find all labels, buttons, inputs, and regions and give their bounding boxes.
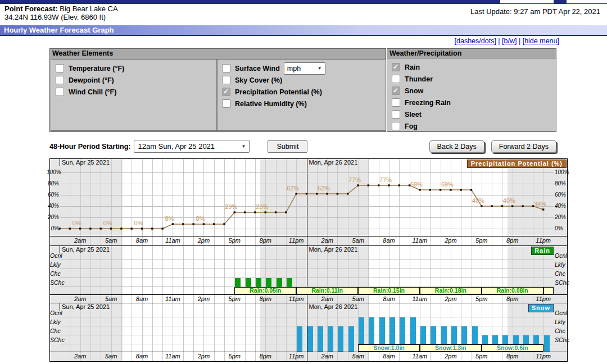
gridline-v [90, 158, 91, 245]
tick-label: 5am [100, 237, 123, 244]
row-freezing-rain: Freezing Rain [392, 97, 556, 108]
gridline-v [286, 158, 287, 245]
precip-potential-checkbox[interactable] [222, 88, 230, 96]
snow-bar [297, 326, 302, 352]
chart-border [567, 158, 568, 362]
amount-box: Rain:0.08in [482, 287, 543, 294]
tick-label: 2pm [440, 295, 462, 302]
row-sky-cover: Sky Cover (%) [222, 74, 386, 86]
gridline-v [162, 158, 163, 245]
hide-menu-link[interactable]: [hide menu] [523, 37, 559, 45]
tick-label: 8am [378, 295, 400, 302]
tick-label: 2am [69, 353, 92, 360]
hourly-forecast-graph: 100%100%80%80%60%60%40%40%20%20%0%0%2am5… [49, 158, 568, 362]
y-axis-label: 0% [47, 225, 59, 231]
y-axis-label: 60% [555, 192, 566, 198]
period-label: 48-Hour Period Starting: [49, 143, 130, 151]
sky-cover-checkbox[interactable] [222, 76, 230, 84]
surface-wind-checkbox[interactable] [222, 64, 230, 72]
tick-label: 8pm [254, 237, 277, 244]
gridline-v [132, 158, 132, 245]
back-2-days-button[interactable]: Back 2 Days [429, 140, 484, 153]
page-title-bar: Hourly Weather Forecast Graph [0, 25, 607, 36]
tick-label: 8am [378, 237, 400, 244]
sleet-checkbox[interactable] [392, 110, 400, 119]
y-axis-label: 80% [47, 180, 59, 186]
gridline-v [327, 158, 328, 245]
gridline-h [60, 184, 554, 184]
gridline-v [203, 158, 204, 245]
dewpoint-checkbox[interactable] [56, 76, 64, 84]
axis-line [49, 352, 568, 352]
period-select[interactable]: 12am Sun, Apr 25 2021 ▼ [134, 140, 250, 153]
tick-label: 8pm [254, 353, 277, 360]
wind-chill-checkbox[interactable] [56, 88, 64, 96]
point-label: 34% [529, 201, 551, 207]
top-button-partial[interactable] [567, 0, 607, 3]
gridline-v [410, 158, 410, 245]
thunder-checkbox[interactable] [392, 75, 400, 83]
tick-label: 2am [69, 237, 92, 244]
tick-label: 11pm [532, 295, 555, 302]
date-label: Mon, Apr 26 2021 [309, 303, 358, 310]
date-label: Mon, Apr 26 2021 [309, 159, 358, 166]
submit-button[interactable]: Submit [268, 140, 307, 153]
gridline-v [70, 158, 70, 245]
point-label: 0% [97, 220, 119, 226]
gridline-v [142, 158, 143, 245]
relative-humidity-checkbox[interactable] [222, 99, 230, 108]
rain-label: Rain [405, 63, 420, 71]
level-label: Lkly [555, 319, 565, 325]
gridline-h [60, 217, 554, 218]
point-label: 69% [436, 181, 459, 188]
date-separator [60, 246, 60, 253]
fog-checkbox[interactable] [392, 122, 400, 130]
tick-label: 8pm [501, 237, 524, 244]
amount-box: Rain:0.18in [420, 287, 482, 294]
gridline-v [389, 158, 389, 245]
gridline-h [60, 206, 554, 207]
gridline-h [60, 229, 554, 229]
dashes-dots-link[interactable]: [dashes/dots] [455, 37, 496, 45]
gridline-v [317, 158, 318, 245]
level-label: Ocnl [555, 310, 567, 316]
row-snow: Snow [392, 85, 556, 97]
fog-label: Fog [405, 122, 418, 130]
tick-label: 8am [131, 237, 153, 244]
snow-bar [328, 326, 333, 352]
wind-unit-select[interactable]: mph ▼ [284, 62, 325, 75]
snow-bar [348, 326, 354, 352]
row-temperature: Temperature (°F) [56, 62, 216, 74]
tick-label: 2pm [192, 237, 215, 244]
temperature-checkbox[interactable] [56, 64, 64, 72]
level-label: SChc [50, 279, 65, 286]
amount-box: Snow:0.6in [482, 344, 543, 352]
bw-link[interactable]: [b/w] [502, 37, 517, 45]
freezing-rain-checkbox[interactable] [392, 98, 400, 107]
top-search-box-partial[interactable] [500, 0, 554, 3]
row-rain: Rain [392, 61, 556, 73]
tick-label: 5am [347, 353, 369, 360]
date-separator [60, 303, 60, 311]
panel-title-precip-potential: Precipitation Potential (%) [467, 160, 567, 168]
rain-checkbox[interactable] [392, 63, 400, 71]
panel-border [49, 361, 568, 362]
day-nav-buttons: Back 2 Days Forward 2 Days [429, 140, 556, 153]
chart-border [49, 158, 50, 362]
forward-2-days-button[interactable]: Forward 2 Days [491, 140, 556, 153]
level-label: Ocnl [555, 252, 567, 259]
weather-elements-panel: Weather Elements Temperature (°F) Dewpoi… [49, 48, 386, 132]
point-forecast-label: Point Forecast: [4, 4, 58, 13]
y-axis-label: 40% [47, 203, 59, 209]
snow-checkbox[interactable] [392, 87, 400, 95]
gridline-v [451, 158, 451, 245]
snow-label: Snow [405, 87, 423, 95]
y-axis-label: 20% [47, 214, 59, 220]
tick-label: 8am [131, 295, 153, 302]
gridline-v [173, 158, 173, 245]
point-forecast-header: Point Forecast: Big Bear Lake CA 34.24N … [4, 4, 118, 21]
night-band [260, 158, 369, 245]
point-label: 29% [251, 203, 273, 210]
gridline-v [111, 158, 112, 245]
tick-label: 8pm [501, 295, 524, 302]
